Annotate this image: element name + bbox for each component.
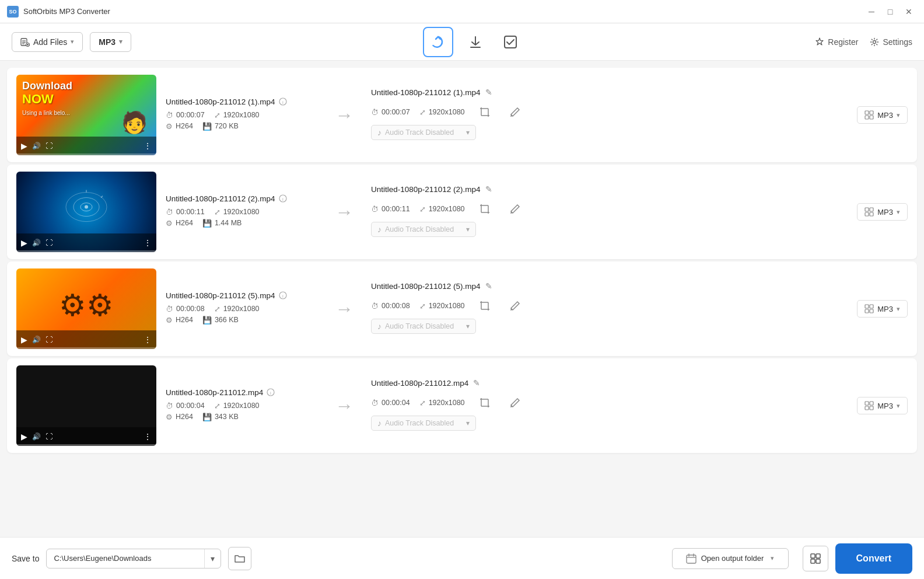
register-button[interactable]: Register [815,37,858,47]
play-button[interactable]: ▶ [21,432,27,441]
expand-icon[interactable]: ⛶ [46,142,52,150]
browse-folder-button[interactable] [228,547,251,570]
source-duration: 00:00:07 [176,111,205,119]
convert-button[interactable]: Convert [835,543,912,574]
edit-icon[interactable]: ✎ [485,281,492,291]
grid-view-button[interactable] [803,546,828,571]
maximize-button[interactable]: □ [882,5,898,19]
arrow-icon: → [335,201,354,223]
svg-line-25 [101,196,103,198]
expand-icon[interactable]: ⛶ [46,432,52,441]
size-icon: 💾 [202,316,212,325]
expand-icon[interactable]: ⛶ [46,336,52,344]
source-codec: H264 [176,219,193,227]
audio-track-dropdown[interactable]: ♪ Audio Track Disabled ▾ [371,222,476,237]
edit-button[interactable] [505,392,526,413]
info-icon[interactable]: i [279,291,287,299]
audio-track-dropdown[interactable]: ♪ Audio Track Disabled ▾ [371,416,476,431]
grid-icon [864,304,874,313]
add-files-chevron: ▾ [71,38,74,46]
output-format-selector[interactable]: MP3 ▾ [857,203,908,221]
play-button[interactable]: ▶ [21,335,27,344]
folder-icon [234,553,246,564]
svg-rect-56 [687,555,696,563]
more-icon[interactable]: ⋮ [144,141,152,151]
edit-button[interactable] [505,295,526,316]
open-output-folder-button[interactable]: Open output folder ▾ [672,548,789,569]
convert-label: Convert [856,553,891,563]
info-icon[interactable]: i [279,97,287,106]
thumbnail: DownloadNOW Using a link belo... 🧑 ▶ 🔊 ⛶… [16,75,156,155]
arrow-icon: → [335,104,354,126]
output-format-selector[interactable]: MP3 ▾ [857,300,908,318]
audio-track-dropdown[interactable]: ♪ Audio Track Disabled ▾ [371,125,476,140]
info-icon[interactable]: i [267,388,275,396]
calendar-icon [686,553,696,564]
edit-icon[interactable]: ✎ [473,378,480,388]
register-icon [815,37,824,47]
source-filename: Untitled-1080p-211012.mp4 [166,388,263,397]
crop-button[interactable] [474,198,495,219]
edit-pencil-icon [509,397,521,409]
crop-button[interactable] [474,102,495,123]
info-icon[interactable]: i [279,194,287,203]
more-icon[interactable]: ⋮ [144,432,152,441]
format-button[interactable]: MP3 ▾ [90,32,131,52]
resize-icon: ⤢ [214,111,220,120]
arrow-icon: → [335,395,354,417]
codec-icon: ⚙ [166,413,173,421]
edit-button[interactable] [505,102,526,123]
crop-button[interactable] [474,392,495,413]
edit-icon[interactable]: ✎ [485,184,492,194]
clock-icon: ⏱ [166,402,173,410]
source-resolution: 1920x1080 [223,305,260,313]
source-resolution: 1920x1080 [223,402,260,410]
save-to-label: Save to [12,554,39,563]
download-button[interactable] [463,29,488,55]
refresh-button[interactable] [423,27,453,57]
toolbar: Add Files ▾ MP3 ▾ [0,23,924,61]
minimize-button[interactable]: ─ [863,5,880,19]
add-files-button[interactable]: Add Files ▾ [12,32,83,52]
check-button[interactable] [498,29,523,55]
settings-button[interactable]: Settings [870,37,912,47]
svg-rect-52 [865,402,869,405]
output-format-selector[interactable]: MP3 ▾ [857,106,908,124]
save-path-chevron[interactable]: ▾ [204,549,220,568]
source-size: 343 KB [215,413,239,421]
edit-icon[interactable]: ✎ [485,88,492,97]
save-path-input[interactable] [47,549,204,567]
register-label: Register [828,37,858,47]
play-button[interactable]: ▶ [21,141,27,151]
volume-icon[interactable]: 🔊 [32,142,41,150]
source-filename: Untitled-1080p-211012 (5).mp4 [166,291,275,300]
volume-icon[interactable]: 🔊 [32,239,41,247]
edit-button[interactable] [505,198,526,219]
settings-icon [870,37,879,47]
audio-note-icon: ♪ [377,418,382,428]
svg-rect-33 [870,208,873,211]
volume-icon[interactable]: 🔊 [32,432,41,441]
audio-track-dropdown[interactable]: ♪ Audio Track Disabled ▾ [371,319,476,334]
refresh-icon [430,34,446,50]
grid-icon [864,110,874,120]
svg-rect-32 [865,208,869,211]
volume-icon[interactable]: 🔊 [32,336,41,344]
crop-icon [479,203,491,215]
output-format-label: MP3 [877,305,893,313]
output-format-selector[interactable]: MP3 ▾ [857,397,908,414]
size-icon: 💾 [202,413,212,421]
out-resize-icon: ⤢ [419,108,426,117]
crop-button[interactable] [474,295,495,316]
more-icon[interactable]: ⋮ [144,238,152,247]
save-path-dropdown[interactable]: ▾ [46,549,221,568]
thumbnail: ⚙⚙ ▶ 🔊 ⛶ ⋮ [16,268,156,349]
source-filename: Untitled-1080p-211012 (2).mp4 [166,194,275,203]
play-button[interactable]: ▶ [21,238,27,247]
open-folder-chevron: ▾ [771,554,774,562]
more-icon[interactable]: ⋮ [144,335,152,344]
svg-rect-18 [865,116,869,119]
svg-text:i: i [282,294,284,299]
close-button[interactable]: ✕ [901,5,917,19]
expand-icon[interactable]: ⛶ [46,239,52,247]
